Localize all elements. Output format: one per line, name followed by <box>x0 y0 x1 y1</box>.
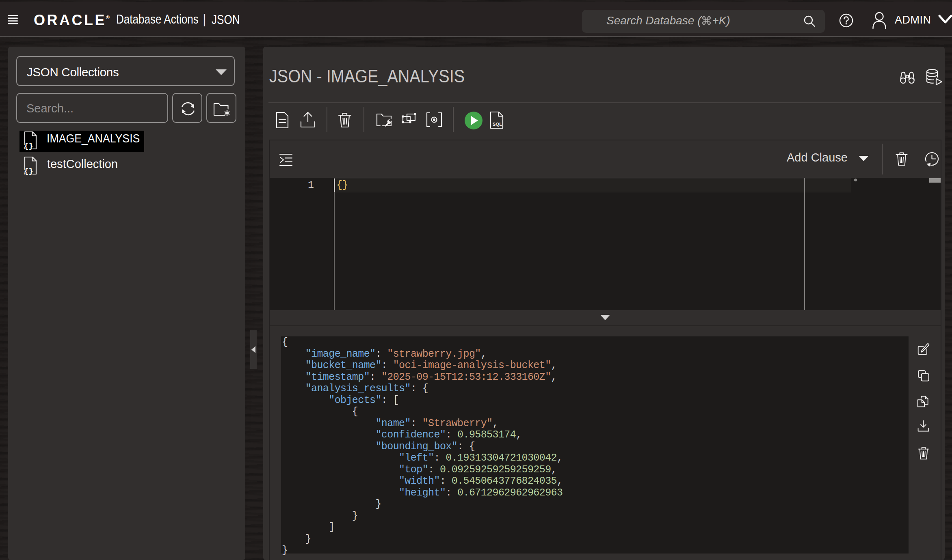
svg-text:SQL: SQL <box>493 122 502 127</box>
svg-text:{}: {} <box>24 167 33 175</box>
svg-text:{}: {} <box>24 142 33 150</box>
